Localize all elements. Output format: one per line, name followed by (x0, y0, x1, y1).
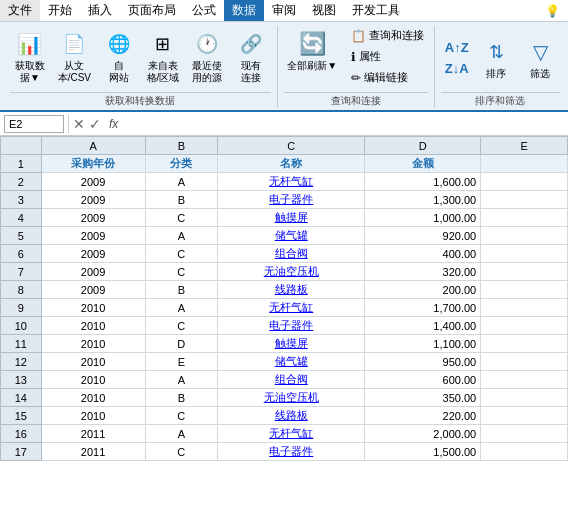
data-cell-e[interactable] (481, 227, 568, 245)
data-cell-a[interactable]: 2011 (41, 425, 145, 443)
col-header-a[interactable]: A (41, 137, 145, 155)
sort-za-button[interactable]: Z↓A (441, 59, 473, 78)
from-web-button[interactable]: 🌐 自 网站 (99, 26, 139, 86)
data-cell-a[interactable]: 2010 (41, 299, 145, 317)
menu-developer[interactable]: 开发工具 (344, 0, 408, 21)
data-cell-c[interactable]: 无杆气缸 (217, 299, 365, 317)
data-cell-b[interactable]: C (145, 443, 217, 461)
data-cell-b[interactable]: B (145, 389, 217, 407)
confirm-icon[interactable]: ✓ (89, 116, 101, 132)
data-cell-c[interactable]: 触摸屏 (217, 335, 365, 353)
data-cell-e[interactable] (481, 407, 568, 425)
data-cell-a[interactable]: 2011 (41, 443, 145, 461)
data-cell-e[interactable] (481, 425, 568, 443)
col-header-c[interactable]: C (217, 137, 365, 155)
data-cell-a[interactable]: 2010 (41, 317, 145, 335)
from-text-button[interactable]: 📄 从文 本/CSV (54, 26, 95, 86)
data-cell-e[interactable] (481, 353, 568, 371)
data-cell-a[interactable]: 2010 (41, 389, 145, 407)
from-table-button[interactable]: ⊞ 来自表 格/区域 (143, 26, 184, 86)
data-cell-d[interactable]: 1,600.00 (365, 173, 481, 191)
menu-data[interactable]: 数据 (224, 0, 264, 21)
data-cell-a[interactable]: 2009 (41, 173, 145, 191)
data-cell-a[interactable]: 2010 (41, 407, 145, 425)
data-cell-c[interactable]: 电子器件 (217, 317, 365, 335)
header-cell-d[interactable]: 金额 (365, 155, 481, 173)
data-cell-e[interactable] (481, 245, 568, 263)
col-header-e[interactable]: E (481, 137, 568, 155)
data-cell-b[interactable]: A (145, 299, 217, 317)
data-cell-c[interactable]: 无杆气缸 (217, 173, 365, 191)
menu-formula[interactable]: 公式 (184, 0, 224, 21)
data-cell-c[interactable]: 组合阀 (217, 245, 365, 263)
data-cell-b[interactable]: D (145, 335, 217, 353)
data-cell-d[interactable]: 1,300.00 (365, 191, 481, 209)
menu-review[interactable]: 审阅 (264, 0, 304, 21)
menu-page-layout[interactable]: 页面布局 (120, 0, 184, 21)
sort-button[interactable]: ⇅ 排序 (477, 34, 517, 82)
menu-help-icon[interactable]: 💡 (537, 2, 568, 20)
menu-view[interactable]: 视图 (304, 0, 344, 21)
edit-links-button[interactable]: ✏ 编辑链接 (347, 68, 428, 87)
data-cell-d[interactable]: 350.00 (365, 389, 481, 407)
data-cell-a[interactable]: 2009 (41, 227, 145, 245)
formula-input[interactable] (126, 115, 564, 133)
data-cell-a[interactable]: 2010 (41, 335, 145, 353)
data-cell-b[interactable]: A (145, 371, 217, 389)
header-cell-a[interactable]: 采购年份 (41, 155, 145, 173)
data-cell-e[interactable] (481, 389, 568, 407)
col-header-d[interactable]: D (365, 137, 481, 155)
data-cell-d[interactable]: 1,700.00 (365, 299, 481, 317)
data-cell-b[interactable]: B (145, 281, 217, 299)
data-cell-b[interactable]: B (145, 191, 217, 209)
data-cell-b[interactable]: C (145, 245, 217, 263)
menu-file[interactable]: 文件 (0, 0, 40, 21)
data-cell-d[interactable]: 320.00 (365, 263, 481, 281)
data-cell-a[interactable]: 2010 (41, 353, 145, 371)
data-cell-d[interactable]: 1,500.00 (365, 443, 481, 461)
queries-conn-button[interactable]: 📋 查询和连接 (347, 26, 428, 45)
data-cell-c[interactable]: 储气罐 (217, 353, 365, 371)
data-cell-d[interactable]: 950.00 (365, 353, 481, 371)
existing-conn-button[interactable]: 🔗 现有 连接 (231, 26, 271, 86)
data-cell-a[interactable]: 2009 (41, 263, 145, 281)
data-cell-e[interactable] (481, 173, 568, 191)
data-cell-e[interactable] (481, 443, 568, 461)
data-cell-d[interactable]: 920.00 (365, 227, 481, 245)
data-cell-c[interactable]: 无杆气缸 (217, 425, 365, 443)
menu-insert[interactable]: 插入 (80, 0, 120, 21)
data-cell-c[interactable]: 触摸屏 (217, 209, 365, 227)
filter-button[interactable]: ▽ 筛选 (520, 34, 560, 82)
data-cell-a[interactable]: 2010 (41, 371, 145, 389)
data-cell-c[interactable]: 无油空压机 (217, 263, 365, 281)
cancel-icon[interactable]: ✕ (73, 116, 85, 132)
data-cell-e[interactable] (481, 191, 568, 209)
data-cell-d[interactable]: 400.00 (365, 245, 481, 263)
data-cell-d[interactable]: 1,400.00 (365, 317, 481, 335)
data-cell-e[interactable] (481, 263, 568, 281)
data-cell-c[interactable]: 电子器件 (217, 191, 365, 209)
data-cell-a[interactable]: 2009 (41, 281, 145, 299)
data-cell-d[interactable]: 1,000.00 (365, 209, 481, 227)
data-cell-b[interactable]: C (145, 407, 217, 425)
data-cell-e[interactable] (481, 209, 568, 227)
cell-reference-box[interactable]: E2 (4, 115, 64, 133)
data-cell-c[interactable]: 无油空压机 (217, 389, 365, 407)
refresh-all-button[interactable]: 🔄 全部刷新▼ (284, 26, 341, 74)
data-cell-b[interactable]: A (145, 227, 217, 245)
data-cell-d[interactable]: 600.00 (365, 371, 481, 389)
sort-az-button[interactable]: A↑Z (441, 38, 473, 57)
data-cell-a[interactable]: 2009 (41, 245, 145, 263)
data-cell-c[interactable]: 线路板 (217, 407, 365, 425)
data-cell-a[interactable]: 2009 (41, 191, 145, 209)
data-cell-d[interactable]: 220.00 (365, 407, 481, 425)
data-cell-c[interactable]: 线路板 (217, 281, 365, 299)
data-cell-b[interactable]: A (145, 425, 217, 443)
recent-sources-button[interactable]: 🕐 最近使 用的源 (187, 26, 227, 86)
data-cell-c[interactable]: 组合阀 (217, 371, 365, 389)
data-cell-c[interactable]: 储气罐 (217, 227, 365, 245)
data-cell-b[interactable]: A (145, 173, 217, 191)
data-cell-a[interactable]: 2009 (41, 209, 145, 227)
data-cell-d[interactable]: 2,000.00 (365, 425, 481, 443)
header-cell-e[interactable] (481, 155, 568, 173)
